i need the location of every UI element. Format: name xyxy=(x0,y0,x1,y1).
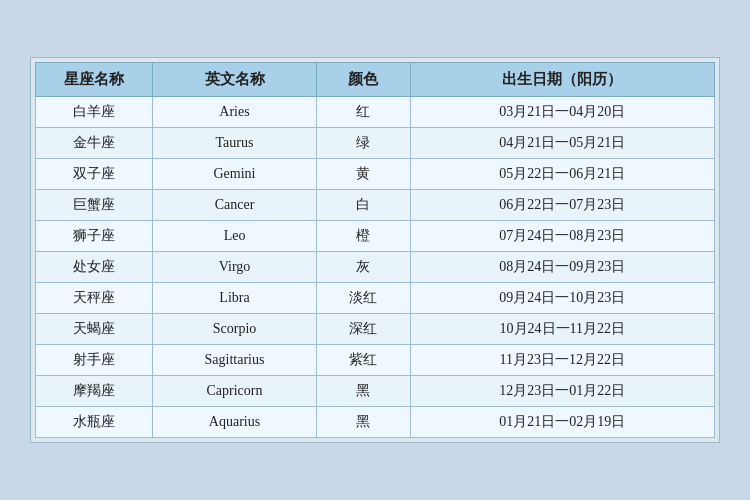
cell-color: 黑 xyxy=(316,376,410,407)
cell-date: 06月22日一07月23日 xyxy=(410,190,714,221)
table-row: 处女座Virgo灰08月24日一09月23日 xyxy=(36,252,715,283)
zodiac-table-container: 星座名称 英文名称 颜色 出生日期（阳历） 白羊座Aries红03月21日一04… xyxy=(30,57,720,443)
cell-date: 09月24日一10月23日 xyxy=(410,283,714,314)
cell-color: 淡红 xyxy=(316,283,410,314)
zodiac-table: 星座名称 英文名称 颜色 出生日期（阳历） 白羊座Aries红03月21日一04… xyxy=(35,62,715,438)
table-row: 金牛座Taurus绿04月21日一05月21日 xyxy=(36,128,715,159)
cell-zh: 摩羯座 xyxy=(36,376,153,407)
table-header-row: 星座名称 英文名称 颜色 出生日期（阳历） xyxy=(36,63,715,97)
table-row: 水瓶座Aquarius黑01月21日一02月19日 xyxy=(36,407,715,438)
cell-color: 灰 xyxy=(316,252,410,283)
cell-zh: 双子座 xyxy=(36,159,153,190)
cell-date: 05月22日一06月21日 xyxy=(410,159,714,190)
cell-date: 01月21日一02月19日 xyxy=(410,407,714,438)
header-en: 英文名称 xyxy=(153,63,317,97)
cell-color: 绿 xyxy=(316,128,410,159)
header-date: 出生日期（阳历） xyxy=(410,63,714,97)
cell-en: Virgo xyxy=(153,252,317,283)
cell-color: 黑 xyxy=(316,407,410,438)
cell-en: Capricorn xyxy=(153,376,317,407)
cell-en: Sagittarius xyxy=(153,345,317,376)
cell-date: 12月23日一01月22日 xyxy=(410,376,714,407)
cell-date: 11月23日一12月22日 xyxy=(410,345,714,376)
cell-zh: 白羊座 xyxy=(36,97,153,128)
cell-date: 04月21日一05月21日 xyxy=(410,128,714,159)
table-row: 白羊座Aries红03月21日一04月20日 xyxy=(36,97,715,128)
cell-zh: 天秤座 xyxy=(36,283,153,314)
cell-en: Gemini xyxy=(153,159,317,190)
cell-en: Aquarius xyxy=(153,407,317,438)
cell-en: Libra xyxy=(153,283,317,314)
cell-en: Leo xyxy=(153,221,317,252)
table-row: 天秤座Libra淡红09月24日一10月23日 xyxy=(36,283,715,314)
cell-zh: 狮子座 xyxy=(36,221,153,252)
cell-zh: 巨蟹座 xyxy=(36,190,153,221)
cell-color: 深红 xyxy=(316,314,410,345)
cell-zh: 金牛座 xyxy=(36,128,153,159)
cell-en: Taurus xyxy=(153,128,317,159)
cell-en: Cancer xyxy=(153,190,317,221)
cell-en: Scorpio xyxy=(153,314,317,345)
cell-date: 08月24日一09月23日 xyxy=(410,252,714,283)
header-color: 颜色 xyxy=(316,63,410,97)
header-zh: 星座名称 xyxy=(36,63,153,97)
cell-zh: 天蝎座 xyxy=(36,314,153,345)
cell-color: 橙 xyxy=(316,221,410,252)
cell-zh: 水瓶座 xyxy=(36,407,153,438)
cell-date: 07月24日一08月23日 xyxy=(410,221,714,252)
table-row: 射手座Sagittarius紫红11月23日一12月22日 xyxy=(36,345,715,376)
cell-zh: 射手座 xyxy=(36,345,153,376)
table-row: 狮子座Leo橙07月24日一08月23日 xyxy=(36,221,715,252)
cell-date: 03月21日一04月20日 xyxy=(410,97,714,128)
cell-color: 黄 xyxy=(316,159,410,190)
cell-date: 10月24日一11月22日 xyxy=(410,314,714,345)
cell-en: Aries xyxy=(153,97,317,128)
cell-zh: 处女座 xyxy=(36,252,153,283)
table-row: 摩羯座Capricorn黑12月23日一01月22日 xyxy=(36,376,715,407)
table-row: 双子座Gemini黄05月22日一06月21日 xyxy=(36,159,715,190)
cell-color: 白 xyxy=(316,190,410,221)
cell-color: 紫红 xyxy=(316,345,410,376)
cell-color: 红 xyxy=(316,97,410,128)
table-row: 天蝎座Scorpio深红10月24日一11月22日 xyxy=(36,314,715,345)
table-row: 巨蟹座Cancer白06月22日一07月23日 xyxy=(36,190,715,221)
